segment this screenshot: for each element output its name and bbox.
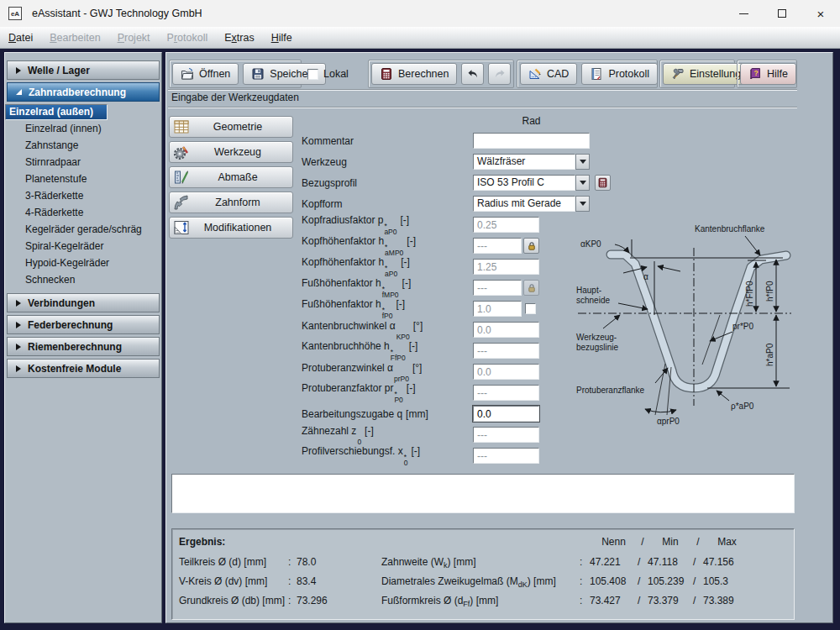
sidebar-section-welle-lager[interactable]: Welle / Lager — [7, 60, 160, 80]
sidebar-section-verbindungen[interactable]: Verbindungen — [7, 293, 160, 312]
werkzeug-select-arrow[interactable] — [575, 154, 590, 170]
form-row-zaehnezahl: Zähnezahl z0[-] — [302, 427, 539, 443]
result-value-teilkreis: : 78.0 — [288, 556, 316, 568]
redo-button[interactable] — [488, 63, 511, 85]
open-folder-icon — [181, 67, 194, 81]
form-row-kantenbruchwinkel: Kantenbruchwinkel αKP0[°] — [302, 322, 539, 338]
calculate-button[interactable]: Berechnen — [371, 63, 457, 85]
maximize-button[interactable] — [763, 0, 801, 27]
maximize-icon — [778, 9, 786, 18]
protuberanzfaktor-input[interactable] — [473, 385, 539, 401]
sidebar-item-einzelrad-innen[interactable]: Einzelrad (innen) — [5, 120, 161, 137]
minimize-button[interactable] — [724, 0, 763, 27]
svg-text:ρ*aP0: ρ*aP0 — [731, 402, 754, 411]
bearbeitungszugabe-input[interactable] — [473, 406, 539, 422]
kommentar-input[interactable] — [473, 133, 590, 149]
kantenbruchhoehe-input[interactable] — [473, 343, 539, 359]
result-label-fussformkreis: Fußformkreis Ø (dFf) [mm] — [381, 595, 498, 608]
nav-abmasse-button[interactable]: Abmaße — [169, 166, 293, 188]
form-row-kommentar: Kommentar — [302, 133, 590, 149]
sidebar-item-einzelrad-aussen[interactable]: Einzelrad (außen) — [5, 104, 108, 120]
local-label: Lokal — [323, 68, 349, 80]
kopfform-select[interactable]: Radius mit Gerade — [473, 196, 575, 212]
sidebar-item-schnecken[interactable]: Schnecken — [5, 271, 161, 288]
svg-text:h*aP0: h*aP0 — [765, 343, 774, 366]
chevron-right-icon — [16, 300, 21, 307]
sidebar-item-kegelraeder[interactable]: Kegelräder gerade/schräg — [5, 221, 161, 238]
results-header: Nenn/Min/Max — [580, 536, 751, 548]
profilverschiebung-input[interactable] — [473, 448, 539, 464]
bezugsprofil-calculator-button[interactable] — [595, 175, 611, 191]
chevron-right-icon — [16, 344, 21, 350]
undo-button[interactable] — [461, 63, 484, 85]
sidebar-section-zahnradberechnung[interactable]: Zahnradberechnung — [7, 82, 160, 102]
sidebar-item-4-raederkette[interactable]: 4-Räderkette — [5, 204, 161, 221]
fusshoehenfaktor-fmp0-input[interactable] — [473, 280, 522, 296]
kopfhoehenfaktor-amp0-input[interactable] — [473, 238, 522, 254]
toolbar-group-settings: Einstellungen — [659, 60, 735, 88]
sidebar-section-kostenfreie-module[interactable]: Kostenfreie Module — [7, 359, 160, 378]
menu-datei[interactable]: Datei — [0, 32, 41, 44]
message-area[interactable] — [171, 474, 795, 513]
form-row-fusshoehenfaktor-fmp0: Fußhöhenfaktor h*fMP0[-] — [302, 280, 539, 296]
menu-extras[interactable]: Extras — [216, 32, 262, 44]
svg-text:?: ? — [753, 69, 758, 77]
nav-geometrie-button[interactable]: Geometrie — [169, 116, 293, 138]
sidebar-section-riemenberechnung[interactable]: Riemenberechnung — [7, 337, 160, 356]
nav-zahnform-button[interactable]: Zahnform — [169, 192, 293, 213]
sidebar-item-hypoid-kegelraeder[interactable]: Hypoid-Kegelräder — [5, 255, 161, 271]
nav-modifikationen-button[interactable]: Modifikationen — [169, 217, 293, 239]
toolbar-group-calc: Berechnen — [368, 60, 514, 88]
chevron-down-icon — [580, 202, 586, 206]
protuberanzwinkel-input[interactable] — [473, 364, 539, 380]
tooth-form-icon — [173, 194, 190, 211]
lock-icon — [527, 241, 537, 251]
close-button[interactable]: × — [801, 0, 840, 27]
svg-text:h*FfP0: h*FfP0 — [745, 281, 754, 307]
form-row-profilverschiebung: Profilverschiebungsf. x*0[-] — [302, 448, 539, 464]
fusshoehenfaktor-fp0-input[interactable] — [473, 301, 522, 317]
lock-icon — [527, 283, 537, 293]
svg-text:h*fP0: h*fP0 — [765, 281, 774, 302]
menu-hilfe[interactable]: Hilfe — [263, 32, 301, 44]
zaehnezahl-input[interactable] — [473, 427, 539, 443]
form-row-bezugsprofil: Bezugsprofil ISO 53 Profil C — [302, 175, 611, 191]
open-button[interactable]: Öffnen — [172, 63, 239, 85]
sidebar-item-stirnradpaar[interactable]: Stirnradpaar — [5, 154, 161, 171]
nav-werkzeug-button[interactable]: Werkzeug — [169, 141, 293, 163]
svg-text:bezugslinie: bezugslinie — [576, 343, 618, 352]
bezugsprofil-select-arrow[interactable] — [575, 175, 590, 191]
bezugsprofil-select[interactable]: ISO 53 Profil C — [473, 175, 575, 191]
local-checkbox[interactable] — [307, 69, 318, 80]
svg-text:Protuberanzflanke: Protuberanzflanke — [576, 386, 645, 395]
svg-text:αprP0: αprP0 — [657, 417, 680, 426]
sidebar-item-planetenstufe[interactable]: Planetenstufe — [5, 171, 161, 187]
cad-button[interactable]: CAD — [520, 63, 577, 85]
help-button[interactable]: ? Hilfe — [740, 63, 796, 85]
form-row-fusshoehenfaktor-fp0: Fußhöhenfaktor h*fP0[-] — [302, 301, 536, 317]
cad-ruler-pencil-icon — [528, 67, 542, 81]
sidebar-section-federberechnung[interactable]: Federberechnung — [7, 315, 160, 334]
kopfradiusfaktor-input[interactable] — [473, 217, 539, 233]
sidebar-item-spiral-kegelraeder[interactable]: Spiral-Kegelräder — [5, 238, 161, 255]
sidebar-item-3-raederkette[interactable]: 3-Räderkette — [5, 187, 161, 204]
result-values-fussformkreis: :73.427/73.379/73.389 — [580, 595, 751, 606]
werkzeug-select[interactable]: Wälzfräser — [473, 154, 575, 170]
kopfhoehenfaktor-ap0-input[interactable] — [473, 259, 539, 275]
report-button[interactable]: Protokoll — [581, 63, 658, 85]
lock-button-disabled — [523, 280, 539, 296]
result-values-zweikugelmass: :105.408/105.239/105.3 — [580, 575, 751, 587]
modifications-icon — [173, 219, 190, 236]
sidebar-item-zahnstange[interactable]: Zahnstange — [5, 137, 161, 154]
window-title: eAssistant - GWJ Technology GmbH — [32, 8, 202, 19]
result-value-grundkreis: : 73.296 — [288, 595, 328, 606]
results-panel: Ergebnis: Nenn/Min/Max Teilkreis Ø (d) [… — [171, 528, 795, 620]
app-frame: Welle / Lager Zahnradberechnung Einzelra… — [0, 49, 840, 630]
kantenbruchwinkel-input[interactable] — [473, 322, 539, 338]
chevron-right-icon — [16, 322, 21, 328]
lock-button[interactable] — [523, 238, 539, 254]
fusshoehenfaktor-checkbox[interactable] — [525, 303, 536, 314]
form-row-bearbeitungszugabe: Bearbeitungszugabe q[mm] — [302, 406, 539, 422]
kopfform-select-arrow[interactable] — [575, 196, 590, 212]
local-checkbox-field: Lokal — [307, 60, 349, 88]
